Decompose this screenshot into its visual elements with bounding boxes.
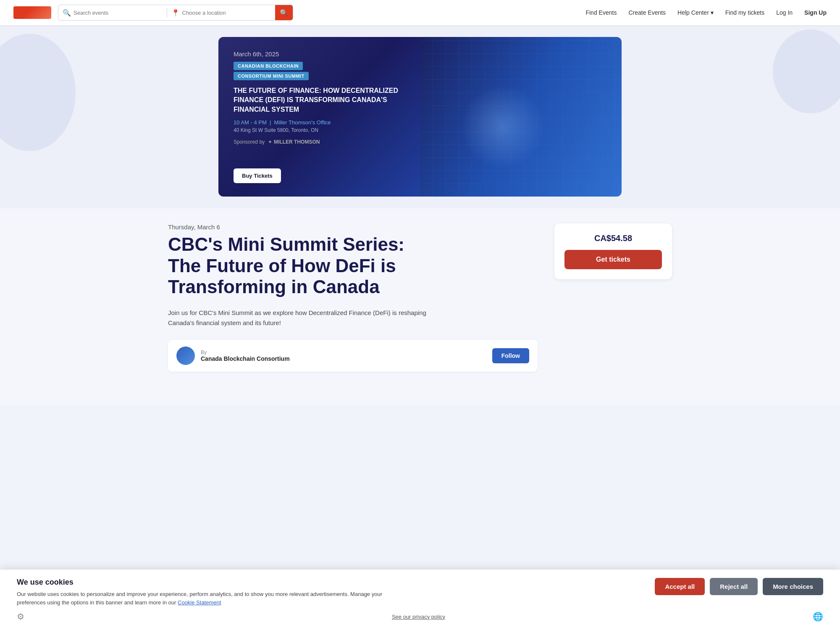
site-logo[interactable] [13,6,51,19]
hero-card: March 6th, 2025 CANADIAN BLOCKCHAIN CONS… [218,37,622,197]
location-icon: 📍 [171,9,180,17]
search-bar: 🔍 📍 🔍 [58,5,293,21]
hero-image-panel [420,37,622,197]
organizer-name: Canada Blockchain Consortium [201,355,290,362]
hero-sponsor: Sponsored by ✦ MILLER THOMSON [234,139,405,145]
sponsor-logo: ✦ MILLER THOMSON [268,139,320,145]
cookie-statement-link[interactable]: Cookie Statement [178,599,221,606]
event-details: Thursday, March 6 CBC's Mini Summit Seri… [168,223,538,372]
hero-info-panel: March 6th, 2025 CANADIAN BLOCKCHAIN CONS… [218,37,420,197]
signup-link[interactable]: Sign Up [804,9,827,16]
cookie-content: We use cookies Our website uses cookies … [17,578,395,606]
cookie-banner: We use cookies Our website uses cookies … [0,569,840,630]
ticket-sidebar: CA$54.58 Get tickets [554,223,672,372]
more-choices-button[interactable]: More choices [763,578,823,595]
event-day: Thursday, March 6 [168,223,538,231]
organizer-avatar [176,346,195,365]
organizer-info: By Canada Blockchain Consortium [201,349,290,362]
cookie-title: We use cookies [17,578,395,587]
hero-section: March 6th, 2025 CANADIAN BLOCKCHAIN CONS… [0,25,840,208]
follow-button[interactable]: Follow [492,348,529,363]
privacy-policy-link[interactable]: See our privacy policy [392,614,445,620]
search-submit-icon: 🔍 [280,9,288,17]
translate-icon[interactable]: 🌐 [813,612,823,622]
cookie-banner-top: We use cookies Our website uses cookies … [17,578,823,606]
event-search-part: 🔍 [58,9,167,17]
search-icon: 🔍 [63,9,71,17]
chevron-down-icon: ▾ [711,9,714,16]
cookie-buttons: Accept all Reject all More choices [655,578,823,595]
accept-all-button[interactable]: Accept all [655,578,705,595]
login-link[interactable]: Log In [776,9,793,16]
cookie-text: Our website uses cookies to personalize … [17,590,395,606]
find-events-link[interactable]: Find Events [585,9,617,16]
cookie-footer: ⚙ See our privacy policy 🌐 [17,612,823,622]
get-tickets-button[interactable]: Get tickets [564,250,662,269]
sponsor-name: MILLER THOMSON [274,139,320,145]
search-input[interactable] [74,10,163,16]
ticket-price: CA$54.58 [564,234,662,243]
organizer-by-label: By [201,349,290,355]
location-input[interactable] [182,10,271,16]
navbar: 🔍 📍 🔍 Find Events Create Events Help Cen… [0,0,840,25]
cookie-settings-icon[interactable]: ⚙ [17,612,24,622]
buy-tickets-button[interactable]: Buy Tickets [234,168,281,183]
help-center-link[interactable]: Help Center ▾ [677,9,714,16]
organizer-row: By Canada Blockchain Consortium Follow [168,340,538,372]
create-events-link[interactable]: Create Events [628,9,666,16]
sponsor-star-icon: ✦ [268,139,272,145]
main-content: Thursday, March 6 CBC's Mini Summit Seri… [168,208,672,405]
hero-badge-line2: CONSORTIUM MINI SUMMIT [234,72,309,80]
hero-badge-line1: CANADIAN BLOCKCHAIN [234,62,303,70]
event-title: CBC's Mini Summit Series: The Future of … [168,234,538,298]
nav-links: Find Events Create Events Help Center ▾ … [585,9,827,16]
find-tickets-link[interactable]: Find my tickets [725,9,764,16]
hero-date: March 6th, 2025 [234,50,405,58]
location-search-part: 📍 [167,9,276,17]
ticket-card: CA$54.58 Get tickets [554,223,672,279]
event-description: Join us for CBC's Mini Summit as we expl… [168,308,428,328]
hero-glow [460,85,544,169]
reject-all-button[interactable]: Reject all [710,578,758,595]
hero-event-title: THE FUTURE OF FINANCE: HOW DECENTRALIZED… [234,86,405,114]
hero-time: 10 AM - 4 PM | Miller Thomson's Office [234,119,405,126]
hero-address: 40 King St W Suite 5800, Toronto, ON [234,127,405,133]
search-button[interactable]: 🔍 [275,5,293,21]
